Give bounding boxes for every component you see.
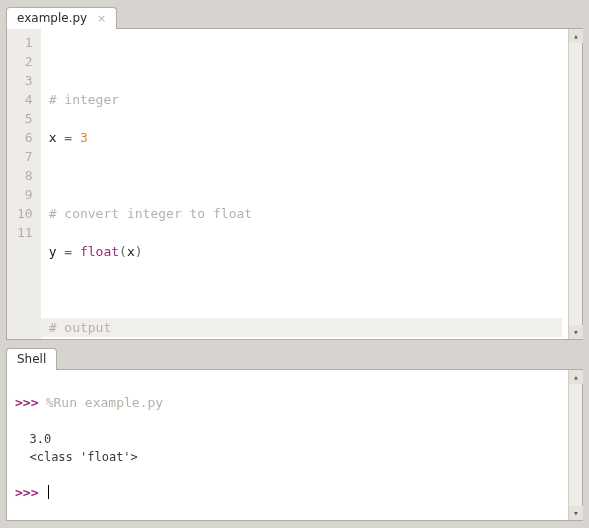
shell-output-line: 3.0 bbox=[29, 432, 51, 446]
editor-scrollbar[interactable]: ▴ ▾ bbox=[568, 29, 582, 339]
shell-tab[interactable]: Shell bbox=[6, 348, 57, 370]
shell-pane: Shell >>> %Run example.py 3.0 <class 'fl… bbox=[6, 347, 583, 522]
shell-run-command: %Run example.py bbox=[46, 395, 163, 410]
line-gutter: 1 2 3 4 5 6 7 8 9 10 11 bbox=[7, 29, 41, 339]
code-comment: # output bbox=[49, 320, 112, 335]
scroll-down-icon[interactable]: ▾ bbox=[569, 506, 583, 520]
code-comment: # convert integer to float bbox=[49, 206, 253, 221]
scroll-down-icon[interactable]: ▾ bbox=[569, 325, 583, 339]
code-area[interactable]: # integer x = 3 # convert integer to flo… bbox=[41, 29, 568, 339]
shell-prompt: >>> bbox=[15, 395, 38, 410]
close-icon[interactable]: × bbox=[97, 12, 106, 25]
shell-tab-label: Shell bbox=[17, 352, 46, 366]
scroll-up-icon[interactable]: ▴ bbox=[569, 370, 583, 384]
code-comment: # integer bbox=[49, 92, 119, 107]
cursor-icon bbox=[48, 485, 49, 499]
shell-prompt: >>> bbox=[15, 485, 38, 500]
shell-content[interactable]: >>> %Run example.py 3.0 <class 'float'> … bbox=[6, 369, 583, 521]
shell-area[interactable]: >>> %Run example.py 3.0 <class 'float'> … bbox=[7, 370, 582, 520]
code-number: 3 bbox=[80, 130, 88, 145]
editor-tab-label: example.py bbox=[17, 11, 87, 25]
editor-content[interactable]: 1 2 3 4 5 6 7 8 9 10 11 # integer x = 3 … bbox=[6, 28, 583, 340]
shell-scrollbar[interactable]: ▴ ▾ bbox=[568, 370, 582, 520]
shell-output-line: <class 'float'> bbox=[29, 450, 137, 464]
code-builtin: float bbox=[80, 244, 119, 259]
scroll-up-icon[interactable]: ▴ bbox=[569, 29, 583, 43]
editor-tab[interactable]: example.py × bbox=[6, 7, 117, 29]
editor-pane: example.py × 1 2 3 4 5 6 7 8 9 10 11 # i… bbox=[6, 6, 583, 341]
